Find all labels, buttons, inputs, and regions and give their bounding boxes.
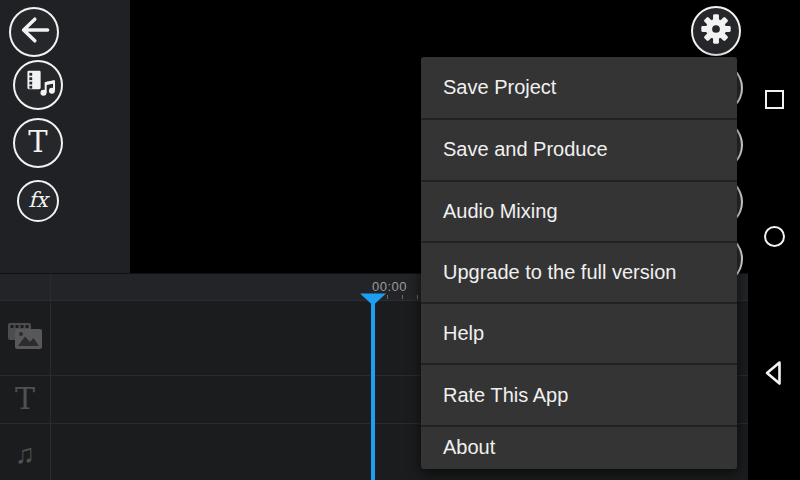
menu-item-rate-this-app[interactable]: Rate This App <box>421 363 737 424</box>
gear-icon <box>695 8 737 54</box>
add-media-button[interactable] <box>13 60 63 110</box>
menu-item-upgrade[interactable]: Upgrade to the full version <box>421 241 737 302</box>
home-circle-icon[interactable] <box>764 226 785 247</box>
playhead-handle[interactable] <box>359 292 387 310</box>
menu-item-save-and-produce[interactable]: Save and Produce <box>421 118 737 179</box>
back-triangle-icon[interactable] <box>764 360 782 390</box>
filmstrip-music-note-icon <box>16 61 60 109</box>
title-track-icon[interactable]: T <box>0 384 50 414</box>
photo-filmstrip-icon[interactable] <box>7 322 43 354</box>
music-note-icon[interactable]: ♫ <box>0 441 50 468</box>
ruler-tick <box>417 295 418 299</box>
video-editor-screen: T fx <box>0 0 800 480</box>
menu-item-save-project[interactable]: Save Project <box>421 57 737 118</box>
settings-menu: Save Project Save and Produce Audio Mixi… <box>421 57 737 469</box>
effects-button[interactable]: fx <box>17 180 59 222</box>
playhead[interactable] <box>371 303 375 480</box>
recents-square-icon[interactable] <box>765 90 784 109</box>
ruler-tick <box>387 295 388 299</box>
track-header-divider <box>50 274 51 480</box>
ruler-tick <box>402 295 403 299</box>
fx-effects-icon: fx <box>28 190 48 211</box>
android-navigation-bar <box>748 0 800 480</box>
menu-item-help[interactable]: Help <box>421 302 737 363</box>
left-tool-panel: T fx <box>0 0 130 273</box>
add-title-button[interactable]: T <box>13 118 63 168</box>
menu-item-audio-mixing[interactable]: Audio Mixing <box>421 180 737 241</box>
menu-item-about[interactable]: About <box>421 425 737 469</box>
arrow-left-icon <box>14 10 54 54</box>
text-title-icon: T <box>28 128 47 157</box>
settings-button[interactable] <box>691 6 741 56</box>
back-button[interactable] <box>9 7 59 57</box>
